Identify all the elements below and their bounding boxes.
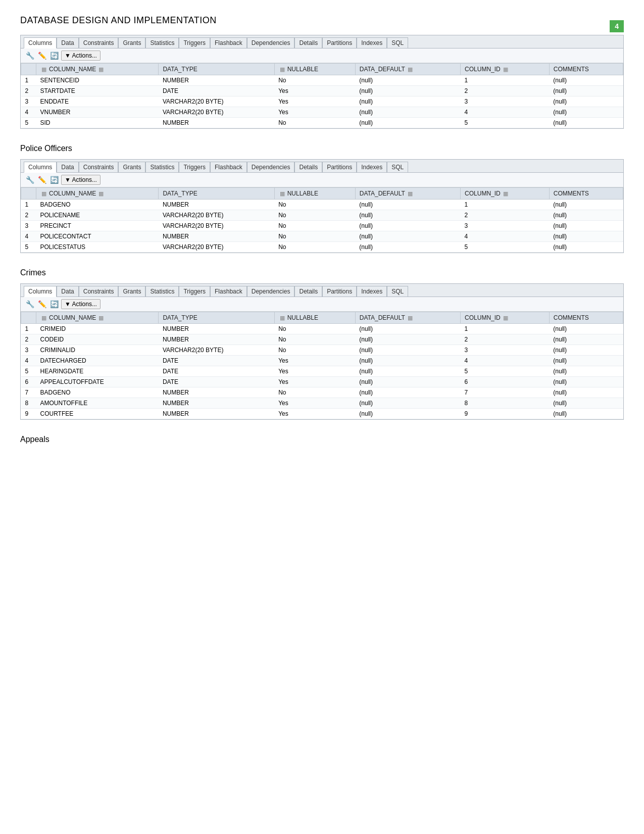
tab-data-1[interactable]: Data <box>57 37 78 48</box>
tab-sql-2[interactable]: SQL <box>387 162 408 172</box>
th-nullable-2[interactable]: ▦ NULLABLE <box>274 188 355 200</box>
tab-statistics-2[interactable]: Statistics <box>145 162 179 172</box>
table-row: 7 BADGENO NUMBER No (null) 7 (null) <box>21 387 623 398</box>
row-num: 3 <box>21 221 36 231</box>
cell-comments: (null) <box>549 242 623 253</box>
tab-triggers-3[interactable]: Triggers <box>179 286 210 297</box>
cell-column-name: ENDDATE <box>36 96 159 107</box>
tab-columns-1[interactable]: Columns <box>24 37 57 48</box>
add-icon-2[interactable]: 🔧 <box>25 175 35 185</box>
cell-data-type: VARCHAR2(20 BYTE) <box>159 345 274 356</box>
th-column-name-3[interactable]: ▦ COLUMN_NAME ▦ <box>36 312 159 324</box>
sort-icon-name-2: ▦ <box>98 190 104 197</box>
tab-grants-1[interactable]: Grants <box>118 37 145 48</box>
tab-data-2[interactable]: Data <box>57 162 78 172</box>
cell-comments: (null) <box>549 86 623 96</box>
th-data-type-2[interactable]: DATA_TYPE <box>159 188 274 200</box>
tab-indexes-3[interactable]: Indexes <box>357 286 387 297</box>
th-num-3 <box>21 312 36 324</box>
tab-grants-3[interactable]: Grants <box>118 286 145 297</box>
tab-details-3[interactable]: Details <box>294 286 322 297</box>
tab-sql-3[interactable]: SQL <box>387 286 408 297</box>
tab-partitions-1[interactable]: Partitions <box>322 37 357 48</box>
th-data-default-3[interactable]: DATA_DEFAULT ▦ <box>355 312 460 324</box>
crimes-table: ▦ COLUMN_NAME ▦ DATA_TYPE ▦ NULLABLE <box>21 312 623 419</box>
tab-constraints-2[interactable]: Constraints <box>79 162 119 172</box>
th-comments-1[interactable]: COMMENTS <box>549 64 623 75</box>
refresh-icon-3[interactable]: 🔄 <box>49 299 59 309</box>
cell-comments: (null) <box>549 107 623 118</box>
table-row: 3 ENDDATE VARCHAR2(20 BYTE) Yes (null) 3… <box>21 96 623 107</box>
add-icon-1[interactable]: 🔧 <box>25 51 35 61</box>
tab-grants-2[interactable]: Grants <box>118 162 145 172</box>
col-icon-name-2: ▦ <box>41 190 46 197</box>
actions-button-2[interactable]: ▼ Actions... <box>61 175 101 185</box>
cell-data-type: VARCHAR2(20 BYTE) <box>159 242 274 253</box>
cell-nullable: Yes <box>274 356 355 366</box>
add-icon-3[interactable]: 🔧 <box>25 299 35 309</box>
cell-data-default: (null) <box>355 107 460 118</box>
tab-columns-3[interactable]: Columns <box>24 286 57 297</box>
tab-statistics-1[interactable]: Statistics <box>145 37 179 48</box>
th-data-default-1[interactable]: DATA_DEFAULT ▦ <box>355 64 460 75</box>
th-column-name-2[interactable]: ▦ COLUMN_NAME ▦ <box>36 188 159 200</box>
tab-flashback-3[interactable]: Flashback <box>210 286 247 297</box>
edit-icon-3[interactable]: ✏️ <box>37 299 47 309</box>
th-column-id-2[interactable]: COLUMN_ID ▦ <box>461 188 550 200</box>
cell-column-id: 2 <box>461 86 550 96</box>
row-num: 3 <box>21 345 36 356</box>
tab-data-3[interactable]: Data <box>57 286 78 297</box>
tab-dependencies-2[interactable]: Dependencies <box>247 162 295 172</box>
tab-indexes-1[interactable]: Indexes <box>357 37 387 48</box>
tab-details-2[interactable]: Details <box>294 162 322 172</box>
sort-icon-name-3: ▦ <box>98 315 104 321</box>
tab-dependencies-3[interactable]: Dependencies <box>247 286 295 297</box>
row-num: 2 <box>21 86 36 96</box>
tab-sql-1[interactable]: SQL <box>387 37 408 48</box>
tab-flashback-2[interactable]: Flashback <box>210 162 247 172</box>
th-data-type-1[interactable]: DATA_TYPE <box>159 64 274 75</box>
cell-column-id: 8 <box>461 398 550 409</box>
tab-triggers-2[interactable]: Triggers <box>179 162 210 172</box>
th-data-default-2[interactable]: DATA_DEFAULT ▦ <box>355 188 460 200</box>
tab-statistics-3[interactable]: Statistics <box>145 286 179 297</box>
th-column-id-1[interactable]: COLUMN_ID ▦ <box>461 64 550 75</box>
th-nullable-1[interactable]: ▦ NULLABLE <box>274 64 355 75</box>
cell-column-name: AMOUNTOFFILE <box>36 398 159 409</box>
cell-column-name: APPEALCUTOFFDATE <box>36 377 159 387</box>
tab-columns-2[interactable]: Columns <box>24 162 57 173</box>
actions-button-1[interactable]: ▼ Actions... <box>61 51 101 61</box>
cell-nullable: No <box>274 231 355 242</box>
cell-column-name: COURTFEE <box>36 409 159 419</box>
actions-button-3[interactable]: ▼ Actions... <box>61 299 101 309</box>
row-num: 2 <box>21 334 36 345</box>
row-num: 1 <box>21 324 36 334</box>
sentences-table-container: Columns Data Constraints Grants Statisti… <box>20 35 624 129</box>
refresh-icon-2[interactable]: 🔄 <box>49 175 59 185</box>
tab-dependencies-1[interactable]: Dependencies <box>247 37 295 48</box>
th-comments-3[interactable]: COMMENTS <box>549 312 623 324</box>
th-column-id-3[interactable]: COLUMN_ID ▦ <box>461 312 550 324</box>
tab-partitions-2[interactable]: Partitions <box>322 162 357 172</box>
cell-data-default: (null) <box>355 210 460 221</box>
edit-icon-1[interactable]: ✏️ <box>37 51 47 61</box>
tab-constraints-1[interactable]: Constraints <box>79 37 119 48</box>
cell-comments: (null) <box>549 409 623 419</box>
refresh-icon-1[interactable]: 🔄 <box>49 51 59 61</box>
edit-icon-2[interactable]: ✏️ <box>37 175 47 185</box>
th-column-name-1[interactable]: ▦ COLUMN_NAME ▦ <box>36 64 159 75</box>
table-row: 6 APPEALCUTOFFDATE DATE Yes (null) 6 (nu… <box>21 377 623 387</box>
tab-details-1[interactable]: Details <box>294 37 322 48</box>
page-title: DATABASE DESIGN AND IMPLEMENTATION <box>20 15 624 26</box>
tab-indexes-2[interactable]: Indexes <box>357 162 387 172</box>
col-icon-nullable-1: ▦ <box>280 66 285 73</box>
th-nullable-3[interactable]: ▦ NULLABLE <box>274 312 355 324</box>
tab-partitions-3[interactable]: Partitions <box>322 286 357 297</box>
th-data-type-3[interactable]: DATA_TYPE <box>159 312 274 324</box>
tab-flashback-1[interactable]: Flashback <box>210 37 247 48</box>
cell-nullable: Yes <box>274 398 355 409</box>
th-comments-2[interactable]: COMMENTS <box>549 188 623 200</box>
cell-nullable: No <box>274 210 355 221</box>
tab-constraints-3[interactable]: Constraints <box>79 286 119 297</box>
tab-triggers-1[interactable]: Triggers <box>179 37 210 48</box>
